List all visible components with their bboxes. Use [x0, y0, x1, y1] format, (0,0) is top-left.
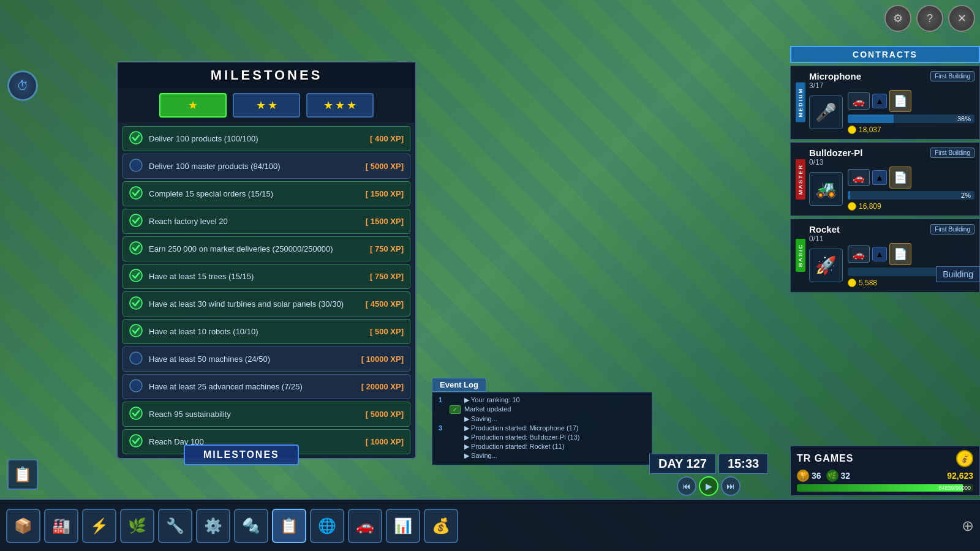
- toolbar-clipboard[interactable]: 📋: [272, 509, 306, 543]
- milestone-item-6: Have at least 30 wind turbines and solar…: [123, 291, 410, 317]
- contract-progress-2: 0/11: [809, 234, 974, 243]
- milestone-text-0: Deliver 100 products (100/100): [149, 134, 364, 143]
- gold-amount-1: 16,809: [859, 202, 881, 211]
- time-box: 15:33: [718, 454, 768, 474]
- milestone-check-5: [129, 269, 143, 284]
- event-text-0: ▶ Your ranking: 10: [464, 396, 520, 404]
- contract-progress-1: 0/13: [809, 158, 974, 167]
- milestone-xp-4: [ 750 XP]: [370, 244, 404, 253]
- toolbar-settings[interactable]: ⚙️: [196, 509, 230, 543]
- milestone-check-4: [129, 241, 143, 257]
- milestone-xp-7: [ 500 XP]: [370, 327, 404, 336]
- contract-name-0: Microphone: [809, 71, 930, 81]
- gold-coin-0: [848, 126, 856, 134]
- first-building-btn-2[interactable]: First Building: [930, 224, 974, 234]
- day-time-area: DAY 127 15:33 ⏮ ▶ ⏭: [649, 454, 768, 496]
- svg-point-11: [130, 435, 142, 447]
- milestone-xp-1: [ 5000 XP]: [366, 162, 404, 171]
- milestone-item-2: Complete 15 special orders (15/15) [ 150…: [123, 181, 410, 206]
- contract-fill-inner-1: [848, 191, 850, 200]
- contract-body-0: 🎤 🚗 ▲ 📄 36% 18,037: [809, 90, 974, 134]
- up-arrow-2: ▲: [872, 247, 887, 261]
- milestone-item-10: Reach 95 sustainability [ 5000 XP]: [123, 402, 410, 427]
- event-num-0: 1: [439, 396, 446, 403]
- milestone-text-4: Earn 250 000 on market deliveries (25000…: [149, 244, 364, 253]
- svg-point-0: [130, 132, 142, 144]
- trophy-icon: 🏆: [797, 470, 809, 482]
- delivery-icon-1: 🚗: [848, 169, 870, 186]
- contract-delivery-0: 🚗 ▲ 📄: [848, 90, 974, 112]
- contract-delivery-1: 🚗 ▲ 📄: [848, 167, 974, 189]
- milestone-check-6: [129, 296, 143, 312]
- toolbar-tools[interactable]: 🔧: [158, 509, 192, 543]
- toolbar-stats[interactable]: 📊: [386, 509, 420, 543]
- milestone-tab-1[interactable]: ★: [159, 93, 227, 118]
- contracts-title: CONTRACTS: [790, 46, 980, 63]
- contract-fill-text-0: 36%: [957, 114, 971, 123]
- milestone-xp-11: [ 1000 XP]: [366, 437, 404, 446]
- gold-coin-large: 💰: [956, 450, 973, 467]
- settings-icon[interactable]: ⚙: [884, 5, 911, 32]
- help-icon[interactable]: ?: [916, 5, 943, 32]
- svg-point-9: [130, 380, 142, 392]
- svg-point-4: [130, 242, 142, 254]
- toolbar-factory[interactable]: 🏭: [44, 509, 78, 543]
- contract-header-1: MASTER Bulldozer-Pl First Building 0/13 …: [796, 148, 974, 211]
- toolbar-packages[interactable]: 📦: [6, 509, 40, 543]
- close-icon[interactable]: ✕: [948, 5, 975, 32]
- event-row-5: ▶ Production started: Rocket (11): [439, 443, 646, 451]
- contract-product-icon-2: 🚀: [809, 249, 843, 282]
- xp-text: 84839/90000: [938, 484, 971, 492]
- milestone-item-8: Have at least 50 machines (24/50) [ 1000…: [123, 347, 410, 372]
- contract-tier-1: MASTER: [796, 159, 805, 200]
- first-building-btn-0[interactable]: First Building: [930, 71, 974, 81]
- milestone-text-8: Have at least 50 machines (24/50): [149, 354, 355, 364]
- toolbar-globe[interactable]: 🌐: [310, 509, 344, 543]
- star-4: ★: [323, 99, 333, 112]
- toolbar-money[interactable]: 💰: [424, 509, 458, 543]
- milestone-tab-3[interactable]: ★ ★ ★: [306, 93, 374, 118]
- milestone-xp-8: [ 10000 XP]: [361, 354, 404, 364]
- svg-point-5: [130, 269, 142, 282]
- milestone-xp-5: [ 750 XP]: [370, 272, 404, 281]
- milestone-check-9: [129, 379, 143, 394]
- milestone-tab-2[interactable]: ★ ★: [233, 93, 300, 118]
- toolbar-vehicle[interactable]: 🚗: [348, 509, 382, 543]
- milestone-check-2: [129, 186, 143, 201]
- milestone-check-3: [129, 214, 143, 229]
- milestone-text-6: Have at least 30 wind turbines and solar…: [149, 299, 360, 309]
- contract-right-0: 🚗 ▲ 📄 36% 18,037: [848, 90, 974, 134]
- milestone-text-2: Complete 15 special orders (15/15): [149, 189, 360, 198]
- play-button[interactable]: ▶: [699, 476, 718, 496]
- milestone-item-9: Have at least 25 advanced machines (7/25…: [123, 374, 410, 399]
- gold-amount-2: 5,588: [859, 279, 877, 287]
- event-row-4: ▶ Production started: Bulldozer-Pl (13): [439, 433, 646, 441]
- contract-gold-1: 16,809: [848, 202, 974, 211]
- notebook-button[interactable]: 📋: [7, 459, 38, 490]
- contract-right-1: 🚗 ▲ 📄 2% 16,809: [848, 167, 974, 211]
- expand-button[interactable]: ⊕: [962, 517, 974, 534]
- milestones-title: MILESTONES: [118, 62, 415, 88]
- trophy-count: 🏆 36: [797, 470, 821, 482]
- svg-point-6: [130, 297, 142, 309]
- contract-body-1: 🚜 🚗 ▲ 📄 2% 16,809: [809, 167, 974, 211]
- leaf-icon: 🌿: [826, 470, 839, 482]
- day-box: DAY 127: [649, 454, 716, 474]
- svg-point-7: [130, 324, 142, 337]
- first-building-btn-1[interactable]: First Building: [930, 148, 974, 158]
- toolbar-power[interactable]: ⚡: [82, 509, 116, 543]
- up-arrow-0: ▲: [872, 94, 887, 108]
- forward-button[interactable]: ⏭: [721, 476, 741, 496]
- toolbar-nature[interactable]: 🌿: [120, 509, 154, 543]
- contract-tier-2: BASIC: [796, 239, 805, 272]
- event-log-panel: Event Log 1 ▶ Your ranking: 10 ✓ Market …: [432, 378, 652, 465]
- milestone-text-7: Have at least 10 robots (10/10): [149, 327, 364, 336]
- contract-fill-inner-0: [848, 114, 894, 123]
- toolbar-parts[interactable]: 🔩: [234, 509, 268, 543]
- event-text-6: ▶ Saving...: [464, 452, 497, 460]
- event-row-2: ▶ Saving...: [439, 415, 646, 423]
- svg-point-2: [130, 187, 142, 199]
- rewind-button[interactable]: ⏮: [677, 476, 696, 496]
- event-row-1: ✓ Market updated: [439, 405, 646, 414]
- milestone-text-10: Reach 95 sustainability: [149, 410, 360, 419]
